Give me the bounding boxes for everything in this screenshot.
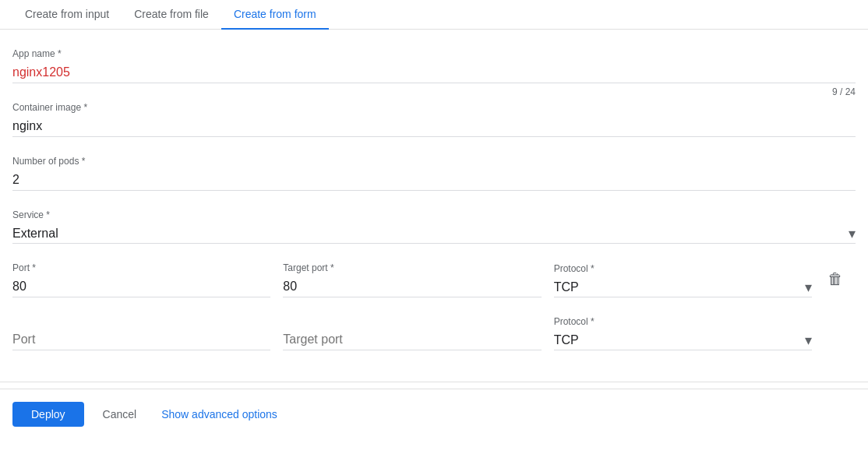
app-name-label: App name * xyxy=(12,48,856,59)
cancel-button[interactable]: Cancel xyxy=(97,402,143,427)
container-image-field: Container image * xyxy=(12,102,856,137)
delete-col-2 xyxy=(824,344,856,350)
protocol-select-wrapper-1: TCP UDP SCTP ▾ xyxy=(554,277,812,297)
deploy-button[interactable]: Deploy xyxy=(12,402,84,427)
protocol-select-1[interactable]: TCP UDP SCTP xyxy=(554,277,812,297)
form-container: App name * 9 / 24 Container image * Numb… xyxy=(0,30,868,382)
tab-create-from-file[interactable]: Create from file xyxy=(122,0,221,30)
container-image-input[interactable] xyxy=(12,116,856,137)
port-label-1: Port * xyxy=(12,262,270,273)
tabs-bar: Create from input Create from file Creat… xyxy=(0,0,868,30)
tab-create-from-input[interactable]: Create from input xyxy=(12,0,122,30)
port-col-2 xyxy=(12,326,270,350)
delete-icon-1: 🗑 xyxy=(827,270,843,287)
container-image-label: Container image * xyxy=(12,102,856,113)
tab-create-from-form[interactable]: Create from form xyxy=(221,0,329,30)
protocol-select-2[interactable]: TCP UDP SCTP xyxy=(554,330,812,350)
app-name-char-count: 9 / 24 xyxy=(832,86,856,97)
target-port-col-2 xyxy=(283,326,541,350)
form-actions: Deploy Cancel Show advanced options xyxy=(0,389,868,439)
app-name-input[interactable] xyxy=(12,62,856,83)
protocol-label-2: Protocol * xyxy=(554,316,812,327)
service-field: Service * External Internal None ▾ xyxy=(12,209,856,244)
target-port-label-1: Target port * xyxy=(283,262,541,273)
delete-port-button-1[interactable]: 🗑 xyxy=(824,267,846,291)
port-col-1: Port * xyxy=(12,262,270,297)
target-port-input-1[interactable] xyxy=(283,276,541,297)
number-of-pods-input[interactable] xyxy=(12,170,856,191)
number-of-pods-label: Number of pods * xyxy=(12,156,856,167)
number-of-pods-field: Number of pods * xyxy=(12,156,856,191)
protocol-label-1: Protocol * xyxy=(554,263,812,274)
target-port-col-1: Target port * xyxy=(283,262,541,297)
service-select-wrapper: External Internal None ▾ xyxy=(12,223,856,244)
protocol-select-wrapper-2: TCP UDP SCTP ▾ xyxy=(554,330,812,350)
port-row-1: Port * Target port * Protocol * TCP UDP … xyxy=(12,262,856,297)
target-port-input-2[interactable] xyxy=(283,329,541,350)
port-input-1[interactable] xyxy=(12,276,270,297)
port-input-2[interactable] xyxy=(12,329,270,350)
delete-col-1: 🗑 xyxy=(824,267,856,297)
service-label: Service * xyxy=(12,209,856,220)
actions-divider xyxy=(0,382,868,382)
port-row-2: Protocol * TCP UDP SCTP ▾ xyxy=(12,316,856,350)
protocol-col-2: Protocol * TCP UDP SCTP ▾ xyxy=(554,316,812,350)
protocol-col-1: Protocol * TCP UDP SCTP ▾ xyxy=(554,263,812,297)
show-advanced-options-button[interactable]: Show advanced options xyxy=(155,402,284,427)
service-select[interactable]: External Internal None xyxy=(12,223,856,244)
app-name-field: App name * 9 / 24 xyxy=(12,48,856,83)
